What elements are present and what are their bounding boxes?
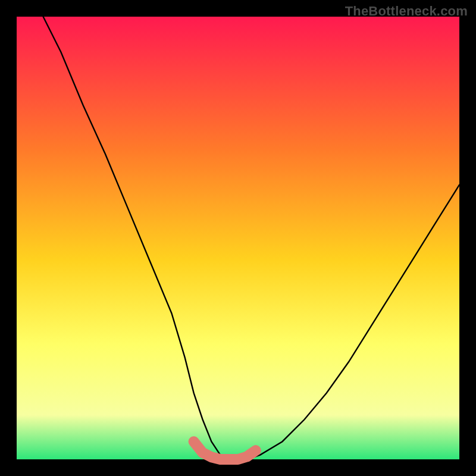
bottleneck-chart [0, 0, 476, 476]
watermark-text: TheBottleneck.com [345, 4, 468, 19]
plot-area [17, 17, 459, 459]
